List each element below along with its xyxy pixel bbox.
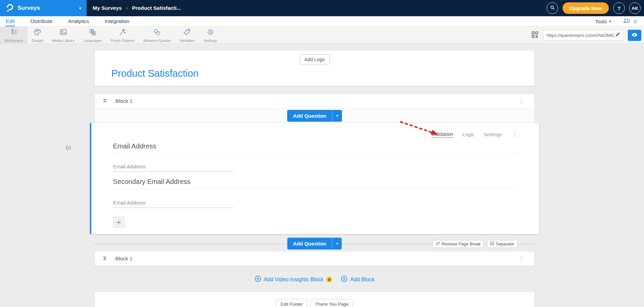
toolbar-item-languages[interactable]: Languages [79, 27, 106, 44]
plus-circle-icon [341, 276, 347, 283]
toolbar-item-label: Languages [84, 39, 102, 43]
add-video-insights-label: Add Video Insights Block [264, 277, 324, 283]
block-card: Block 1 ⋮ [94, 251, 535, 266]
add-question-button[interactable]: Add Question [287, 238, 332, 250]
chain-icon [153, 28, 161, 38]
add-question-button[interactable]: Add Question [287, 110, 332, 122]
secondary-email-input[interactable] [113, 198, 233, 208]
block-title: Block 1 [115, 98, 133, 104]
tag-icon [183, 28, 191, 38]
toolbar-item-design[interactable]: Design [27, 27, 48, 44]
question-card[interactable]: Q1 Validation Logic Settings ⋮ Email Add… [90, 123, 539, 234]
toolbar-item-advance-quotas[interactable]: Advance Quotas [139, 27, 175, 44]
survey-title[interactable]: Product Satisfaction [111, 68, 199, 79]
question-tab-logic[interactable]: Logic [462, 132, 475, 137]
survey-url: https://questionpro.com/t/AbOMEZ7 [547, 33, 615, 38]
qr-code-icon[interactable] [531, 30, 539, 40]
page-break-row: Add Question ▾ Remove Page Break Separat… [94, 237, 535, 251]
upgrade-now-button[interactable]: Upgrade Now [562, 2, 609, 14]
toolbar-item-workspace[interactable]: Workspace [0, 27, 27, 44]
survey-footer-card: Edit Footer Thank You Page [94, 291, 535, 307]
toolbar-item-media-library[interactable]: Media Library [48, 27, 79, 44]
breadcrumb-my-surveys[interactable]: My Surveys [93, 5, 122, 11]
checkbox-checked-icon [490, 241, 494, 246]
add-block-label: Add Block [350, 277, 374, 283]
breadcrumb: My Surveys › Product Satisfacti... [93, 0, 181, 16]
toolbar-item-label: Settings [204, 39, 217, 43]
question-id: Q1 [66, 145, 71, 150]
collapse-icon[interactable] [102, 97, 107, 105]
add-row-button[interactable]: + [113, 216, 124, 228]
chevron-down-icon: ▾ [79, 6, 81, 11]
toolbar-item-label: Workspace [4, 39, 23, 43]
tab-analytics[interactable]: Analytics [68, 16, 89, 26]
question-row-title[interactable]: Secondary Email Address [113, 177, 518, 189]
separator-button[interactable]: Separator [487, 240, 518, 248]
survey-header-card: Add Logo Product Satisfaction [94, 50, 535, 86]
toolbar-item-label: Media Library [52, 39, 75, 43]
separator-label: Separator [496, 242, 514, 246]
add-logo-button[interactable]: Add Logo [300, 54, 329, 65]
pencil-icon[interactable] [615, 32, 620, 39]
help-icon: ? [617, 5, 620, 11]
gear-icon [206, 28, 214, 38]
tab-edit[interactable]: Edit [6, 16, 15, 26]
kebab-icon[interactable]: ⋮ [518, 98, 524, 104]
toolbar-item-label: Finish Options [111, 39, 134, 43]
tab-integration[interactable]: Integration [105, 16, 129, 26]
block-title: Block 1 [115, 256, 133, 262]
eye-icon [631, 32, 638, 38]
kebab-icon[interactable]: ⋮ [518, 256, 524, 262]
survey-editor-canvas: Add Logo Product Satisfaction Block 1 ⋮ … [0, 44, 644, 307]
tab-distribute[interactable]: Distribute [30, 16, 52, 26]
add-question-row: Add Question ▾ [95, 108, 534, 123]
search-button[interactable] [547, 2, 558, 14]
lock-icon [326, 277, 332, 283]
edit-footer-button[interactable]: Edit Footer [276, 299, 307, 307]
toolbar-item-label: Advance Quotas [143, 39, 170, 43]
add-block-button[interactable]: Add Block [341, 276, 374, 283]
add-question-dropdown[interactable]: ▾ [332, 238, 342, 250]
preview-button[interactable] [628, 30, 641, 41]
thank-you-page-button[interactable]: Thank You Page [310, 299, 353, 307]
product-switcher[interactable]: Surveys ▾ [0, 0, 87, 16]
survey-url-field[interactable]: https://questionpro.com/t/AbOMEZ7 [543, 30, 624, 41]
translate-icon [89, 28, 97, 38]
block-card: Block 1 ⋮ Add Question ▾ [94, 94, 535, 123]
remove-page-break-button[interactable]: Remove Page Break [433, 240, 484, 248]
add-question-dropdown[interactable]: ▾ [332, 110, 342, 122]
email-input[interactable] [113, 162, 233, 172]
kebab-icon[interactable]: ⋮ [512, 132, 518, 137]
toolbar-item-label: Design [32, 39, 43, 43]
people-icon [623, 18, 631, 25]
toolbar-item-settings[interactable]: Settings [199, 27, 222, 44]
top-bar: Surveys ▾ My Surveys › Product Satisfact… [0, 0, 644, 16]
collaborators-button[interactable]: 0 [623, 18, 637, 25]
tools-menu[interactable]: Tools ▾ [595, 19, 611, 24]
remove-page-break-label: Remove Page Break [442, 242, 481, 246]
toolbar-item-label: Variables [180, 39, 195, 43]
help-button[interactable]: ? [613, 2, 625, 14]
edit-toolbar: Workspace Design Media Library Languages… [0, 26, 644, 44]
question-tab-validation[interactable]: Validation [431, 131, 453, 138]
image-icon [59, 28, 67, 38]
add-blocks-row: Add Video Insights Block Add Block [94, 276, 535, 283]
add-video-insights-block-button[interactable]: Add Video Insights Block [255, 276, 332, 283]
toolbar-item-variables[interactable]: Variables [175, 27, 199, 44]
avatar[interactable]: AK [629, 2, 641, 14]
question-row-title[interactable]: Email Address [113, 142, 518, 154]
plus-circle-icon [255, 276, 261, 283]
search-icon [550, 5, 555, 11]
unlink-icon [436, 241, 440, 247]
wand-icon [118, 28, 127, 38]
toolbar-item-finish-options[interactable]: Finish Options [106, 27, 139, 44]
collaborators-count: 0 [634, 19, 637, 24]
tools-label: Tools [595, 19, 607, 24]
chevron-down-icon: ▾ [609, 19, 611, 24]
product-name: Surveys [18, 5, 40, 11]
breadcrumb-current: Product Satisfacti... [132, 5, 181, 11]
workspace-icon [9, 28, 18, 38]
collapse-icon[interactable] [102, 255, 107, 263]
palette-icon [33, 28, 42, 38]
question-tab-settings[interactable]: Settings [484, 132, 502, 137]
